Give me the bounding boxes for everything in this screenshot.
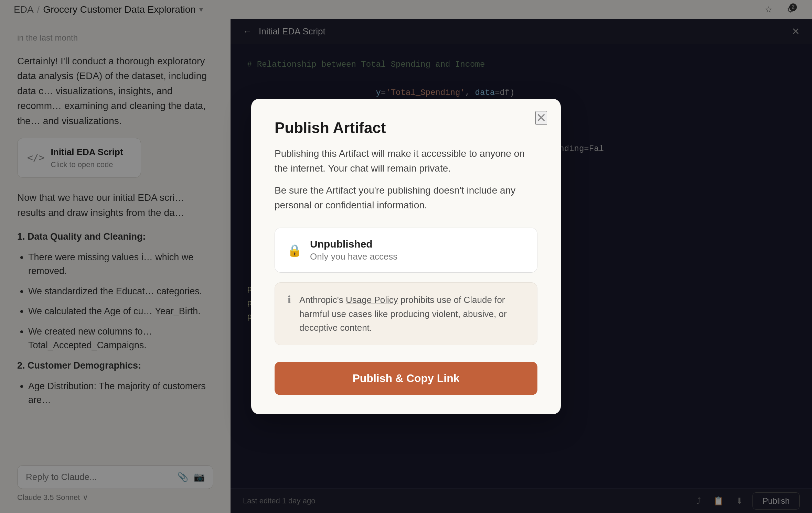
status-title: Unpublished [310, 238, 397, 250]
info-icon: ℹ [287, 294, 291, 306]
publish-artifact-modal: ✕ Publish Artifact Publishing this Artif… [251, 99, 561, 414]
policy-text-before: Anthropic's [299, 295, 346, 305]
lock-icon: 🔒 [287, 243, 302, 257]
publish-status-box: 🔒 Unpublished Only you have access [275, 228, 537, 273]
modal-desc-1: Publishing this Artifact will make it ac… [275, 146, 537, 176]
status-subtitle: Only you have access [310, 251, 397, 262]
modal-desc-2: Be sure the Artifact you're publishing d… [275, 183, 537, 213]
modal-close-button[interactable]: ✕ [535, 111, 547, 125]
usage-policy-link[interactable]: Usage Policy [346, 295, 398, 305]
policy-box: ℹ Anthropic's Usage Policy prohibits use… [275, 282, 537, 345]
modal-overlay[interactable]: ✕ Publish Artifact Publishing this Artif… [0, 0, 812, 513]
publish-copy-link-button[interactable]: Publish & Copy Link [275, 362, 537, 395]
status-text: Unpublished Only you have access [310, 238, 397, 262]
modal-title: Publish Artifact [275, 119, 537, 137]
policy-text: Anthropic's Usage Policy prohibits use o… [299, 293, 525, 335]
